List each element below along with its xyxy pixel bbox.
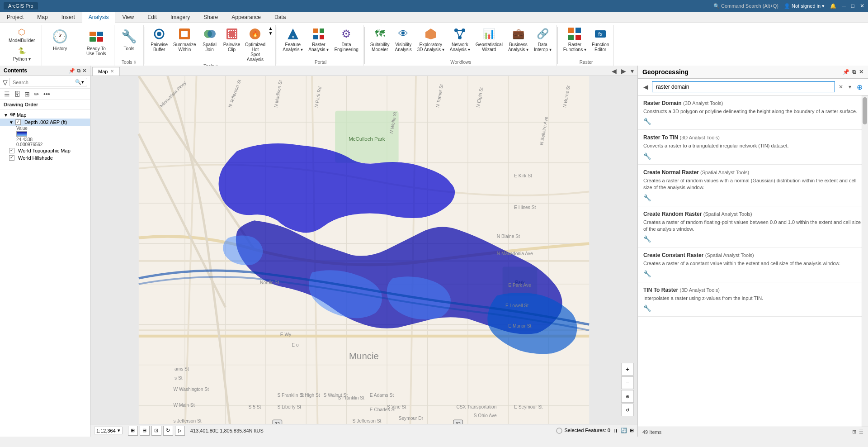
feature-analysis-btn[interactable]: ▾ FeatureAnalysis ▾ — [281, 26, 305, 53]
user-status[interactable]: 👤 Not signed in ▾ — [784, 3, 825, 9]
map-scroll-left[interactable]: ◀ — [610, 67, 618, 76]
tilt-btn[interactable]: ▷ — [175, 426, 185, 436]
geo-result-raster-to-tin[interactable]: Raster To TIN (3D Analyst Tools) Convert… — [638, 130, 868, 164]
modelbuilder-btn[interactable]: ⬡ ModelBuilder — [6, 26, 38, 44]
full-extent-btn[interactable]: ⊕ — [621, 390, 634, 403]
geo-search-options-btn[interactable]: ▾ — [847, 83, 853, 91]
zoom-in-btn[interactable]: + — [621, 363, 634, 376]
optimized-hotspot-btn[interactable]: 🔥 Optimized HotSpot Analysis — [244, 26, 266, 63]
zoom-out-btn[interactable]: − — [621, 376, 634, 389]
notification-icon[interactable]: 🔔 — [830, 3, 836, 9]
depth-layer-checkbox[interactable] — [15, 119, 21, 125]
maximize-btn[interactable]: □ — [851, 3, 854, 9]
tab-edit[interactable]: Edit — [141, 12, 164, 23]
filter-icon[interactable]: ▽ — [3, 79, 8, 86]
layer-edit-btn[interactable]: ✏ — [33, 90, 41, 98]
geo-panel-pin[interactable]: 📌 — [843, 69, 849, 75]
select-mode-btn[interactable]: ⊡ — [151, 426, 161, 436]
map-tab-menu[interactable]: ▾ — [629, 67, 636, 76]
topo-layer-checkbox[interactable] — [9, 148, 14, 153]
tab-map[interactable]: Map — [30, 12, 54, 23]
python-btn[interactable]: 🐍 Python ▾ — [6, 44, 38, 62]
rotate-btn[interactable]: ↺ — [621, 404, 634, 416]
layer-item-depth[interactable]: ▼ Depth .002 AEP (ft) — [0, 119, 90, 126]
tab-data[interactable]: Data — [268, 12, 292, 23]
tab-project[interactable]: Project — [0, 12, 30, 23]
layer-grid-btn[interactable]: ⊞ — [23, 90, 31, 98]
tools-scroll-down[interactable]: ▼ — [268, 31, 273, 36]
minimize-btn[interactable]: ─ — [842, 3, 846, 9]
tab-imagery[interactable]: Imagery — [164, 12, 197, 23]
refresh-btn[interactable]: 🔄 — [621, 428, 627, 433]
contents-close-btn[interactable]: ✕ — [82, 68, 86, 74]
search-dropdown-btn[interactable]: ▾ — [81, 79, 84, 85]
visibility-analysis-btn[interactable]: 👁 VisibilityAnalysis — [393, 26, 414, 53]
geo-result-create-constant-raster[interactable]: Create Constant Raster (Spatial Analyst … — [638, 247, 868, 282]
pairwise-clip-btn[interactable]: PairwiseClip — [222, 26, 242, 53]
hillshade-layer-checkbox[interactable] — [9, 155, 14, 161]
geo-result-raster-domain[interactable]: Raster Domain (3D Analyst Tools) Constru… — [638, 95, 868, 130]
command-search[interactable]: 🔍 Command Search (Alt+Q) — [713, 3, 778, 9]
rotation-btn[interactable]: ↻ — [163, 426, 173, 436]
geo-view-detail-btn[interactable]: ☰ — [859, 429, 863, 435]
contents-search-input[interactable] — [13, 80, 75, 85]
suitability-modeler-btn[interactable]: 🗺 SuitabilityModeler — [368, 26, 392, 53]
exploratory-3d-btn[interactable]: Exploratory3D Analysis ▾ — [415, 26, 446, 53]
geo-panel-close[interactable]: ✕ — [859, 69, 863, 75]
geo-result-create-random-raster[interactable]: Create Random Raster (Spatial Analyst To… — [638, 206, 868, 248]
raster-functions-btn[interactable]: RasterFunctions ▾ — [561, 26, 588, 53]
geostatistical-wizard-btn[interactable]: 📊 GeostatisticalWizard — [474, 26, 505, 53]
raster-analysis-btn[interactable]: RasterAnalysis ▾ — [307, 26, 330, 53]
layer-item-topo[interactable]: World Topographic Map — [0, 147, 90, 154]
tab-analysis[interactable]: Analysis — [82, 12, 116, 23]
geo-result-create-normal-raster[interactable]: Create Normal Raster (Spatial Analyst To… — [638, 165, 868, 206]
tab-view[interactable]: View — [115, 12, 141, 23]
geo-view-list-btn[interactable]: ⊞ — [852, 429, 856, 435]
zoom-mode-btn[interactable]: ⊟ — [140, 426, 150, 436]
geo-results-scrollbar[interactable] — [862, 95, 868, 427]
geo-results-scrollbar-thumb[interactable] — [863, 97, 867, 124]
data-interop-btn[interactable]: 🔗 DataInterop ▾ — [532, 26, 553, 53]
layer-item-hillshade[interactable]: World Hillshade — [0, 154, 90, 162]
pairwise-buffer-btn[interactable]: PairwiseBuffer — [149, 26, 170, 53]
tools-btn[interactable]: 🔧 Tools — [117, 26, 141, 52]
geo-back-btn[interactable]: ◀ — [642, 82, 650, 91]
history-btn[interactable]: 🕐 History — [48, 26, 72, 52]
map-container[interactable]: McCulloch Park Park — [90, 76, 637, 434]
geo-panel-float[interactable]: ⧉ — [852, 69, 856, 75]
scale-selector[interactable]: 1:12,364 ▾ — [94, 427, 123, 434]
geo-result-tin-to-raster[interactable]: TIN To Raster (3D Analyst Tools) Interpo… — [638, 282, 868, 317]
layout-view-btn[interactable]: ⊞ — [630, 428, 634, 433]
map-tab-close[interactable]: ✕ — [110, 69, 114, 74]
contents-pin-btn[interactable]: 📌 — [69, 68, 75, 74]
geo-search-add-btn[interactable]: ⊕ — [855, 82, 864, 92]
layer-db-btn[interactable]: 🗄 — [13, 90, 22, 98]
tools-expand[interactable]: ⎘ — [134, 60, 136, 64]
layer-item-map[interactable]: ▼ 🗺 Map — [0, 111, 90, 119]
layer-more-btn[interactable]: ••• — [42, 90, 52, 98]
close-btn[interactable]: ✕ — [860, 3, 864, 9]
spatial-join-btn[interactable]: SpatialJoin — [200, 26, 220, 53]
tab-appearance[interactable]: Appearance — [225, 12, 268, 23]
data-engineering-btn[interactable]: ⚙ DataEngineering — [332, 26, 360, 53]
geo-search-input[interactable] — [652, 81, 835, 92]
contents-header: Contents 📌 ⧉ ✕ — [0, 66, 90, 76]
ready-to-use-btn[interactable]: Ready ToUse Tools — [84, 26, 109, 57]
pan-mode-btn[interactable]: ⊞ — [128, 426, 138, 436]
function-editor-btn[interactable]: fx FunctionEditor — [590, 26, 611, 53]
geo-search-clear-btn[interactable]: ✕ — [837, 83, 845, 91]
contents-search-box[interactable]: 🔍 ▾ — [9, 78, 87, 86]
title-tab-arcgispro[interactable]: ArcGIS Pro — [4, 2, 38, 10]
business-analysis-btn[interactable]: 💼 BusinessAnalysis ▾ — [506, 26, 530, 53]
map-scroll-right[interactable]: ▶ — [619, 67, 628, 76]
tab-share[interactable]: Share — [197, 12, 225, 23]
tab-insert[interactable]: Insert — [55, 12, 82, 23]
tools-scroll-up[interactable]: ▲ — [268, 26, 273, 31]
map-tab-main[interactable]: Map ✕ — [92, 67, 120, 76]
play-pause-btn[interactable]: ⏸ — [613, 428, 618, 433]
network-analysis-btn[interactable]: NetworkAnalysis ▾ — [448, 26, 472, 53]
svg-rect-2 — [90, 37, 96, 42]
contents-float-btn[interactable]: ⧉ — [77, 68, 80, 74]
layer-list-btn[interactable]: ☰ — [3, 90, 11, 98]
summarize-within-btn[interactable]: SummarizeWithin — [171, 26, 198, 53]
